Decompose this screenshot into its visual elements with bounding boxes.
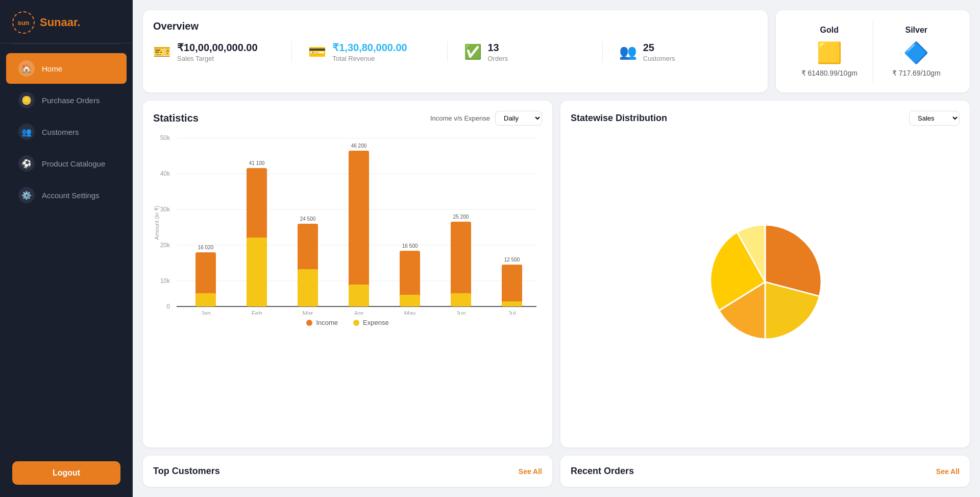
top-customers-title: Top Customers	[153, 466, 220, 477]
recent-orders-see-all[interactable]: See All	[936, 467, 960, 476]
pie-title: Statewise Distribution	[571, 113, 667, 124]
overview-title: Overview	[153, 20, 757, 32]
stat-orders-info: 13 Orders	[488, 42, 508, 62]
gold-item: Gold 🟨 ₹ 61480.99/10gm	[786, 20, 873, 82]
orders-value: 13	[488, 42, 508, 54]
orders-label: Orders	[488, 55, 508, 62]
svg-text:Apr: Apr	[354, 310, 364, 315]
sales-target-label: Sales Target	[177, 55, 258, 62]
statistics-filter-select[interactable]: Daily Weekly Monthly	[495, 111, 542, 126]
svg-rect-27	[400, 295, 420, 306]
overview-card: Overview 🎫 ₹10,00,00,000.00 Sales Target…	[143, 10, 768, 92]
pie-chart-svg	[694, 210, 837, 353]
pie-chart-card: Statewise Distribution Sales Revenue	[560, 101, 970, 447]
silver-price: ₹ 717.69/10gm	[892, 69, 941, 77]
top-customers-see-all[interactable]: See All	[519, 467, 542, 476]
gold-label: Gold	[820, 26, 839, 35]
income-label: Income	[316, 319, 338, 326]
svg-text:20k: 20k	[160, 242, 170, 249]
total-revenue-icon: 💳	[308, 43, 326, 60]
logout-button[interactable]: Logout	[12, 461, 120, 485]
recent-orders-header: Recent Orders See All	[571, 466, 960, 477]
silver-icon: 🔷	[903, 41, 929, 65]
svg-rect-30	[451, 293, 471, 306]
customers-label: Customers	[643, 55, 675, 62]
statistics-filter-label: Income v/s Expense	[430, 114, 490, 122]
sidebar-item-home[interactable]: 🏠 Home	[6, 53, 127, 84]
statistics-header: Statistics Income v/s Expense Daily Week…	[153, 111, 542, 126]
svg-text:May: May	[404, 310, 416, 315]
sidebar-item-product-catalogue[interactable]: ⚽ Product Catalogue	[6, 148, 127, 179]
svg-text:0: 0	[166, 303, 170, 310]
bar-chart-container: 50k 40k 30k 20k 10k 0 Amount (in ₹)	[153, 131, 542, 315]
svg-text:Jun: Jun	[456, 310, 465, 315]
svg-text:25 200: 25 200	[453, 214, 469, 220]
svg-rect-24	[349, 285, 369, 306]
account-settings-icon: ⚙️	[18, 187, 35, 203]
sidebar-bottom: Logout	[0, 453, 133, 497]
sidebar-item-product-catalogue-label: Product Catalogue	[42, 159, 105, 168]
stat-sales-target-info: ₹10,00,00,000.00 Sales Target	[177, 41, 258, 62]
svg-rect-21	[298, 269, 318, 306]
silver-label: Silver	[905, 26, 927, 35]
customers-value: 25	[643, 42, 675, 54]
expense-dot	[353, 320, 359, 326]
sidebar-item-account-settings-label: Account Settings	[42, 191, 100, 200]
svg-rect-14	[195, 293, 216, 306]
middle-row: Statistics Income v/s Expense Daily Week…	[143, 101, 970, 447]
sidebar-item-account-settings[interactable]: ⚙️ Account Settings	[6, 180, 127, 210]
svg-text:Feb: Feb	[252, 310, 262, 315]
customers-icon: 👥	[18, 124, 35, 140]
expense-label: Expense	[363, 319, 389, 326]
legend-expense: Expense	[353, 319, 389, 326]
svg-text:Mar: Mar	[303, 310, 313, 315]
sidebar-item-purchase-orders[interactable]: 🪙 Purchase Orders	[6, 85, 127, 115]
recent-orders-card: Recent Orders See All	[560, 456, 970, 487]
svg-rect-18	[247, 238, 267, 306]
svg-text:16 500: 16 500	[402, 243, 418, 249]
stat-total-revenue: 💳 ₹1,30,80,000.00 Total Revenue	[292, 41, 447, 62]
orders-icon: ✅	[464, 43, 482, 60]
legend-income: Income	[306, 319, 338, 326]
svg-text:Jul: Jul	[508, 310, 516, 315]
pie-filter-select[interactable]: Sales Revenue	[909, 111, 960, 126]
svg-text:41 100: 41 100	[249, 160, 265, 166]
svg-text:12 500: 12 500	[504, 257, 520, 263]
total-revenue-value: ₹1,30,80,000.00	[332, 41, 407, 54]
logo-area: sun Sunaar.	[0, 0, 133, 43]
statistics-card: Statistics Income v/s Expense Daily Week…	[143, 101, 552, 447]
pie-chart-container	[571, 134, 960, 430]
bar-chart-svg: 50k 40k 30k 20k 10k 0 Amount (in ₹)	[153, 131, 542, 315]
main-content: Overview 🎫 ₹10,00,00,000.00 Sales Target…	[133, 0, 980, 497]
top-customers-card: Top Customers See All	[143, 456, 552, 487]
silver-item: Silver 🔷 ₹ 717.69/10gm	[873, 20, 960, 82]
stat-orders: ✅ 13 Orders	[448, 42, 603, 62]
svg-text:Amount (in ₹): Amount (in ₹)	[154, 206, 160, 240]
sidebar-item-customers[interactable]: 👥 Customers	[6, 116, 127, 147]
svg-text:Jan: Jan	[201, 310, 210, 315]
stat-customers: 👥 25 Customers	[603, 42, 757, 62]
stat-customers-info: 25 Customers	[643, 42, 675, 62]
gold-icon: 🟨	[817, 41, 842, 65]
metals-card: Gold 🟨 ₹ 61480.99/10gm Silver 🔷 ₹ 717.69…	[776, 10, 970, 92]
statistics-title: Statistics	[153, 112, 199, 124]
income-dot	[306, 320, 312, 326]
recent-orders-title: Recent Orders	[571, 466, 634, 477]
customers-stat-icon: 👥	[619, 43, 637, 60]
sidebar-item-purchase-orders-label: Purchase Orders	[42, 96, 100, 105]
home-icon: 🏠	[18, 60, 35, 77]
sales-target-icon: 🎫	[153, 43, 171, 60]
product-catalogue-icon: ⚽	[18, 155, 35, 172]
stat-sales-target: 🎫 ₹10,00,00,000.00 Sales Target	[153, 41, 292, 62]
statistics-controls: Income v/s Expense Daily Weekly Monthly	[430, 111, 542, 126]
overview-stats-row: 🎫 ₹10,00,00,000.00 Sales Target 💳 ₹1,30,…	[153, 41, 757, 62]
top-customers-header: Top Customers See All	[153, 466, 542, 477]
sidebar-item-home-label: Home	[42, 64, 62, 73]
sales-target-value: ₹10,00,00,000.00	[177, 41, 258, 54]
sidebar: sun Sunaar. 🏠 Home 🪙 Purchase Orders 👥 C…	[0, 0, 133, 497]
svg-text:46 200: 46 200	[351, 143, 367, 149]
svg-rect-32	[502, 265, 522, 306]
sidebar-item-customers-label: Customers	[42, 128, 79, 136]
logo-text: Sunaar.	[40, 16, 80, 29]
purchase-orders-icon: 🪙	[18, 92, 35, 108]
